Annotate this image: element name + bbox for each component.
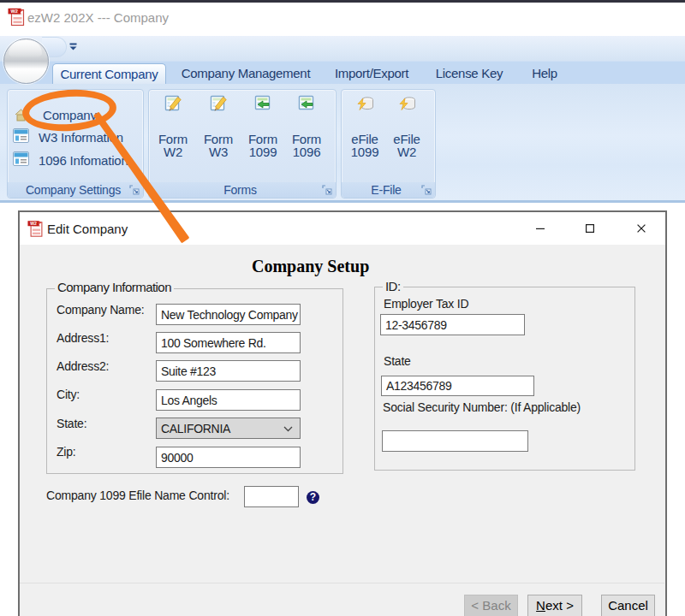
svg-text:W2: W2 bbox=[30, 221, 37, 226]
svg-text:W2: W2 bbox=[11, 9, 18, 14]
